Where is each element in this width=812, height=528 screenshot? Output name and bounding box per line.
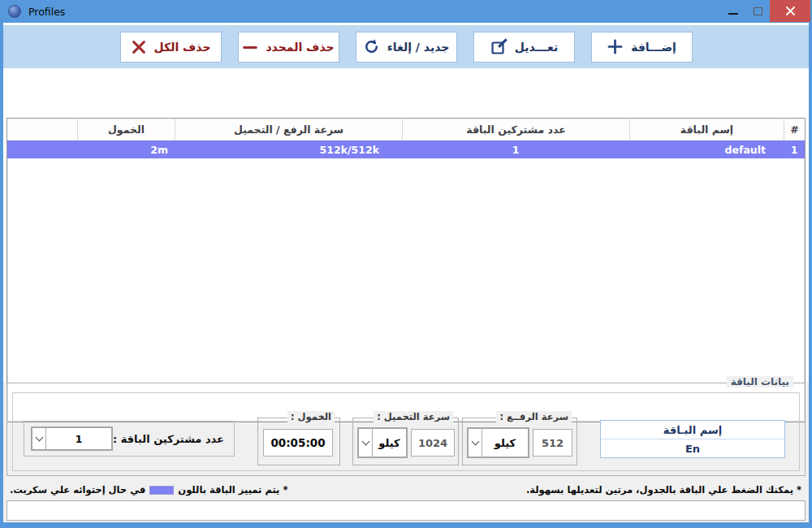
table-row[interactable]: 1 default 1 512k/512k 2m: [7, 141, 805, 158]
cell-empty: [7, 141, 77, 158]
package-name-field: إسم البـاقة En: [600, 420, 785, 458]
cell-subscribers: 1: [402, 141, 629, 158]
close-icon: [786, 6, 795, 15]
minimize-button[interactable]: [721, 0, 745, 23]
download-speed-input[interactable]: 1024: [411, 429, 455, 457]
download-speed-label: سرعة التحميل :: [374, 411, 453, 422]
group-title: بيانات الباقة: [727, 376, 793, 387]
subscribers-select[interactable]: 1: [31, 426, 113, 451]
delete-selected-label: حذف المحدد: [266, 41, 334, 54]
upload-speed-input[interactable]: 512: [533, 429, 572, 457]
maximize-button[interactable]: [745, 0, 770, 23]
highlight-note-prefix: * يتم تمييز الباقة باللون: [178, 484, 287, 496]
minus-icon: [242, 39, 258, 55]
cell-idle: 2m: [77, 141, 175, 158]
delete-all-button[interactable]: حذف الكل: [120, 32, 222, 63]
subscribers-label: عدد مشتركين الباقة :: [113, 433, 224, 445]
idle-time-input[interactable]: 00:05:00: [263, 429, 333, 457]
edit-button-label: تعـــديل: [515, 41, 558, 54]
cell-package-name: default: [629, 141, 784, 158]
table-header-row: # إسم الباقة عدد مشتركين الباقة سرعة الر…: [7, 119, 805, 141]
package-name-label: إسم البـاقة: [601, 421, 784, 439]
app-icon: [8, 5, 21, 18]
download-speed-group: سرعة التحميل : 1024 كيلو: [352, 418, 459, 465]
cell-speed: 512k/512k: [175, 141, 402, 158]
column-header-idle[interactable]: الخمول: [77, 119, 175, 140]
idle-time-label: الخمول :: [287, 411, 335, 422]
highlight-color-swatch: [149, 486, 174, 495]
highlight-note: * يتم تمييز الباقة باللونفي حال إحتوائه …: [10, 484, 287, 496]
toolbar: إضـــافة تعـــديل جديد / إلغاء حذف المحد…: [3, 25, 809, 68]
chevron-down-icon[interactable]: [469, 429, 482, 457]
column-header-number[interactable]: #: [784, 119, 805, 140]
window-title: Profiles: [28, 6, 65, 18]
add-button[interactable]: إضـــافة: [591, 32, 693, 63]
cell-number: 1: [784, 141, 805, 158]
profiles-table: # إسم الباقة عدد مشتركين الباقة سرعة الر…: [6, 118, 806, 422]
refresh-icon: [363, 38, 380, 55]
subscribers-panel: عدد مشتركين الباقة : 1: [24, 421, 235, 457]
column-header-subscribers[interactable]: عدد مشتركين الباقة: [402, 119, 629, 140]
idle-time-group: الخمول : 00:05:00: [257, 418, 340, 465]
table-zone: # إسم الباقة عدد مشتركين الباقة سرعة الر…: [3, 68, 809, 382]
highlight-note-suffix: في حال إحتوائه علي سكربت.: [10, 484, 145, 496]
titlebar: Profiles: [0, 0, 812, 23]
column-header-empty: [7, 119, 77, 140]
upload-speed-group: سرعة الرفــع : 512 كيلو: [462, 418, 577, 465]
download-unit-value: كيلو: [373, 429, 406, 457]
new-cancel-button[interactable]: جديد / إلغاء: [356, 32, 457, 63]
edit-icon: [490, 38, 508, 56]
maximize-icon: [754, 7, 762, 15]
delete-selected-button[interactable]: حذف المحدد: [238, 32, 339, 63]
new-cancel-button-label: جديد / إلغاء: [387, 41, 450, 54]
delete-all-label: حذف الكل: [154, 41, 211, 54]
edit-button[interactable]: تعـــديل: [473, 32, 575, 63]
minimize-icon: [728, 13, 738, 15]
package-details-group: بيانات الباقة إسم البـاقة En سرعة الرفــ…: [6, 383, 806, 476]
close-button[interactable]: [770, 0, 810, 22]
package-name-input[interactable]: En: [601, 439, 784, 457]
window-controls: [721, 0, 812, 23]
add-button-label: إضـــافة: [631, 41, 676, 54]
column-header-package-name[interactable]: إسم الباقة: [629, 119, 784, 140]
upload-unit-select[interactable]: كيلو: [467, 427, 529, 458]
download-unit-select[interactable]: كيلو: [357, 427, 408, 458]
chevron-down-icon[interactable]: [32, 428, 46, 449]
column-header-speed[interactable]: سرعة الرفع / التحميل: [175, 119, 402, 140]
chevron-down-icon[interactable]: [359, 429, 373, 457]
edit-hint-note: * يمكنك الضغط علي الباقة بالجدول، مرتين …: [526, 484, 801, 496]
upload-unit-value: كيلو: [482, 429, 528, 457]
status-bar: [6, 500, 806, 521]
upload-speed-label: سرعة الرفــع :: [496, 411, 572, 422]
plus-icon: [607, 38, 624, 55]
x-icon: [131, 39, 147, 55]
client-area: إضـــافة تعـــديل جديد / إلغاء حذف المحد…: [3, 23, 809, 522]
subscribers-value: 1: [46, 428, 111, 449]
